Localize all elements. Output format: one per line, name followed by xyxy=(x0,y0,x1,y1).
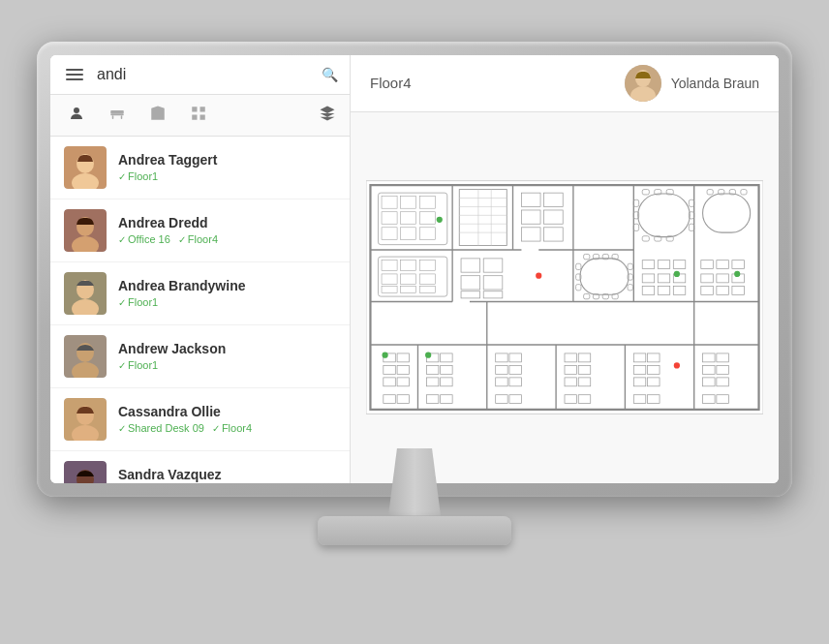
right-header: Floor4 Yolanda B xyxy=(351,55,779,112)
result-avatar xyxy=(64,335,107,378)
result-details: Office 16Floor4 xyxy=(118,233,336,245)
result-info: Andrea DreddOffice 16Floor4 xyxy=(118,215,336,245)
svg-rect-3 xyxy=(121,115,123,119)
list-item[interactable]: Andrea BrandywineFloor1 xyxy=(50,262,350,325)
svg-point-169 xyxy=(734,271,740,277)
result-info: Cassandra OllieShared Desk 09Floor4 xyxy=(118,404,336,434)
result-details: Shared Desk 09Floor4 xyxy=(118,422,336,434)
layers-icon[interactable] xyxy=(319,105,336,126)
left-panel: 🔍 xyxy=(50,55,351,483)
result-name: Cassandra Ollie xyxy=(118,404,336,419)
svg-rect-4 xyxy=(110,110,124,114)
result-avatar xyxy=(64,146,107,189)
user-avatar-svg xyxy=(625,65,661,102)
svg-rect-6 xyxy=(200,107,205,111)
svg-rect-5 xyxy=(192,107,197,111)
result-info: Andrew JacksonFloor1 xyxy=(118,341,336,371)
desk-icon xyxy=(108,105,126,122)
result-details: Floor1 xyxy=(118,359,336,371)
floor-plan-svg xyxy=(366,167,763,428)
svg-rect-7 xyxy=(192,114,197,119)
monitor-base xyxy=(318,516,511,545)
svg-rect-1 xyxy=(110,113,124,115)
hamburger-button[interactable] xyxy=(62,65,87,84)
filter-tab-room[interactable] xyxy=(145,103,170,128)
monitor-screen: 🔍 xyxy=(50,55,779,483)
right-panel: Floor4 Yolanda B xyxy=(351,55,779,483)
result-name: Andrea Taggert xyxy=(118,152,336,168)
monitor-bezel: 🔍 xyxy=(37,42,792,497)
svg-point-0 xyxy=(74,107,79,113)
hamburger-line xyxy=(66,78,83,80)
grid-icon xyxy=(190,105,207,122)
user-avatar xyxy=(625,65,661,102)
result-avatar xyxy=(64,398,107,441)
result-detail: Floor1 xyxy=(118,296,158,308)
svg-rect-2 xyxy=(112,115,114,119)
search-icon[interactable]: 🔍 xyxy=(322,67,338,82)
hamburger-line xyxy=(66,74,83,76)
search-input-wrapper: 🔍 xyxy=(97,66,338,83)
svg-point-170 xyxy=(674,362,680,368)
filter-tab-people[interactable] xyxy=(64,103,89,128)
list-item[interactable]: Andrew JacksonFloor1 xyxy=(50,325,350,388)
result-detail: Shared Desk 09 xyxy=(118,422,204,434)
app-container: 🔍 xyxy=(50,55,779,483)
result-info: Andrea BrandywineFloor1 xyxy=(118,278,336,308)
search-input[interactable] xyxy=(97,66,322,83)
filter-tab-desk[interactable] xyxy=(105,103,130,128)
user-name-label: Yolanda Braun xyxy=(671,76,759,91)
result-name: Andrea Brandywine xyxy=(118,278,336,293)
result-details: Floor1 xyxy=(118,170,336,182)
hamburger-line xyxy=(66,69,83,71)
result-avatar xyxy=(64,272,107,315)
floor-label: Floor4 xyxy=(370,75,412,91)
result-detail: Office 16 xyxy=(118,233,170,245)
floor-plan-svg-container xyxy=(366,128,763,468)
filter-tabs xyxy=(50,95,350,137)
floor-plan xyxy=(351,112,779,483)
list-item[interactable]: Andrea DreddOffice 16Floor4 xyxy=(50,199,350,262)
search-bar: 🔍 xyxy=(50,55,350,95)
result-avatar xyxy=(64,461,107,483)
result-detail: Floor1 xyxy=(118,170,158,182)
svg-rect-8 xyxy=(200,114,205,119)
svg-point-166 xyxy=(437,217,443,223)
result-list: Andrea TaggertFloor1 Andrea DreddOffice … xyxy=(50,137,350,483)
svg-point-172 xyxy=(425,353,431,358)
result-info: Sandra VazquezDesk 19Floor4 xyxy=(118,467,336,483)
user-info: Yolanda Braun xyxy=(625,65,759,102)
list-item[interactable]: Sandra VazquezDesk 19Floor4 xyxy=(50,451,350,483)
list-item[interactable]: Andrea TaggertFloor1 xyxy=(50,137,350,199)
result-info: Andrea TaggertFloor1 xyxy=(118,152,336,182)
result-name: Andrew Jackson xyxy=(118,341,336,356)
filter-tab-grid[interactable] xyxy=(186,103,211,128)
result-name: Sandra Vazquez xyxy=(118,467,336,482)
result-name: Andrea Dredd xyxy=(118,215,336,230)
result-details: Floor1 xyxy=(118,296,336,308)
room-icon xyxy=(149,105,167,122)
person-icon xyxy=(68,105,85,122)
result-detail: Floor4 xyxy=(212,422,252,434)
svg-point-167 xyxy=(536,273,541,279)
result-detail: Floor4 xyxy=(178,233,218,245)
result-avatar xyxy=(64,209,107,252)
list-item[interactable]: Cassandra OllieShared Desk 09Floor4 xyxy=(50,388,350,451)
result-detail: Floor1 xyxy=(118,359,158,371)
layers-icon-svg xyxy=(319,105,336,122)
svg-point-171 xyxy=(382,353,387,358)
svg-point-168 xyxy=(674,271,680,277)
